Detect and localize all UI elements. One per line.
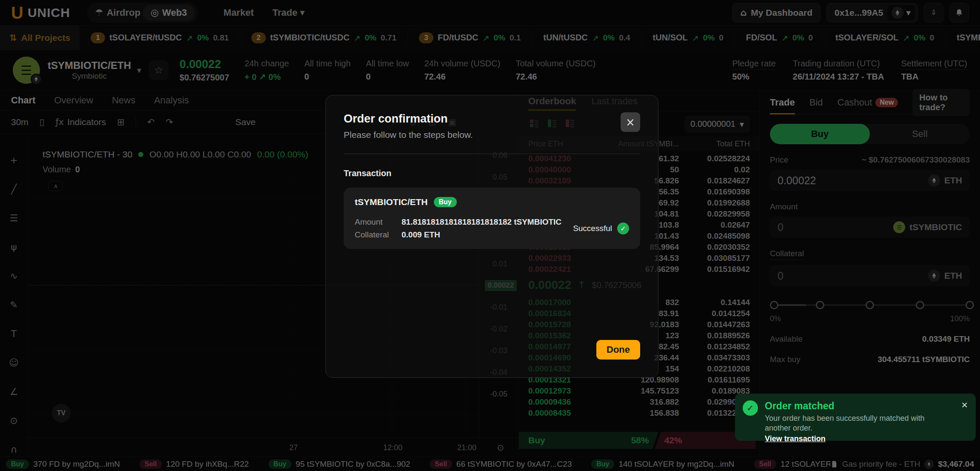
order-confirmation-modal: Order confirmation Please follow to the … <box>325 95 658 378</box>
toast-body: Your order has been successfully matched… <box>765 414 952 434</box>
modal-divider <box>344 154 640 154</box>
done-button[interactable]: Done <box>596 340 640 360</box>
buy-side-badge: Buy <box>434 197 457 207</box>
modal-title: Order confirmation <box>344 112 640 126</box>
close-icon: × <box>626 116 635 128</box>
success-check-icon: ✓ <box>617 223 629 234</box>
toast-title: Order matched <box>765 400 952 412</box>
transaction-amount: 81.8181818181818181818182 tSYMBIOTIC <box>402 217 561 227</box>
transaction-status: Successful ✓ <box>573 217 629 240</box>
transaction-card: tSYMBIOTIC/ETH Buy Amount 81.81818181818… <box>344 188 640 249</box>
transaction-pair: tSYMBIOTIC/ETH <box>355 197 428 207</box>
modal-close-button[interactable]: × <box>621 112 640 132</box>
success-check-icon: ✓ <box>743 400 758 416</box>
transaction-section-title: Transaction <box>344 168 640 178</box>
transaction-collateral: 0.009 ETH <box>402 230 440 240</box>
toast-content: Order matched Your order has been succes… <box>765 400 952 435</box>
toast-close-button[interactable]: × <box>961 400 968 410</box>
view-transaction-link[interactable]: View transaction <box>765 434 826 443</box>
order-matched-toast: ✓ Order matched Your order has been succ… <box>735 394 976 441</box>
modal-subtitle: Please follow to the steps below. <box>344 130 640 140</box>
app-root: U UNICH ☂ Airdrop ◎ Web3 Market Trade ▾ … <box>0 0 980 471</box>
